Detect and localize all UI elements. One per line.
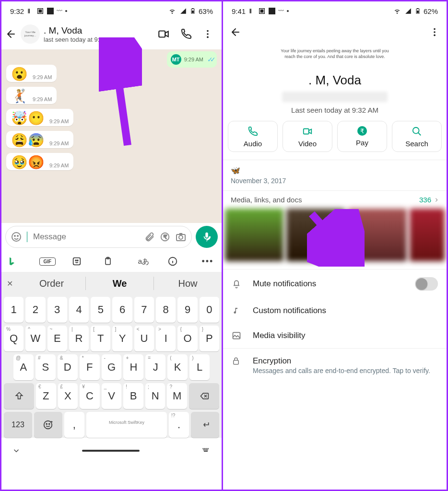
key-l[interactable]: )L	[189, 354, 210, 380]
back-button[interactable]	[230, 26, 241, 38]
key-6[interactable]: 6	[112, 297, 132, 323]
suggestion-word[interactable]: How	[154, 272, 222, 295]
key-t[interactable]: [T	[91, 326, 110, 351]
key-f[interactable]: *F	[80, 354, 100, 380]
encryption-row[interactable]: Encryption Messages and calls are end-to…	[223, 349, 447, 382]
keyboard-switch[interactable]	[200, 447, 211, 455]
custom-notifications-row[interactable]: Custom notifications	[223, 298, 447, 323]
mute-notifications-row[interactable]: Mute notifications	[223, 269, 447, 298]
incoming-message[interactable]: 🥹😡9:29 AM	[6, 153, 73, 170]
svg-point-44	[434, 35, 436, 36]
suggestion-word[interactable]: Order	[18, 272, 85, 295]
space-key[interactable]: Microsoft SwiftKey	[86, 412, 167, 438]
message-text-field[interactable]	[33, 232, 140, 242]
payment-icon[interactable]: ₹	[160, 232, 170, 242]
media-thumbnail[interactable]	[410, 209, 445, 261]
key-4[interactable]: 4	[69, 297, 89, 323]
key-q[interactable]: %Q	[4, 326, 24, 351]
key-g[interactable]: -G	[102, 354, 122, 380]
contact-title-area[interactable]: . M, Voda last seen today at 9:32 AM	[44, 25, 157, 43]
key-u[interactable]: <U	[134, 326, 154, 351]
key-n[interactable]: ;N	[145, 383, 165, 409]
voice-call-button[interactable]	[180, 28, 192, 40]
key-m[interactable]: ?M	[167, 383, 187, 409]
key-b[interactable]: !B	[123, 383, 143, 409]
media-links-docs-row[interactable]: Media, links, and docs 336	[223, 191, 447, 209]
outgoing-message[interactable]: MT 9:29 AM ✓✓	[167, 51, 217, 68]
incoming-message[interactable]: 🤯😶9:29 AM	[6, 109, 73, 126]
key-y[interactable]: ]Y	[112, 326, 132, 351]
key-d[interactable]: &D	[58, 354, 78, 380]
dismiss-suggestions[interactable]: ✕	[1, 272, 18, 295]
svg-point-7	[207, 33, 209, 35]
key-c[interactable]: ¥C	[80, 383, 100, 409]
back-button[interactable]	[5, 28, 21, 40]
about-section[interactable]: 🦋 November 3, 2017	[223, 160, 447, 191]
comma-key[interactable]: ,	[64, 412, 84, 438]
sticker-icon[interactable]	[71, 256, 88, 267]
key-e[interactable]: ~E	[47, 326, 67, 351]
suggestion-word[interactable]: We	[86, 272, 153, 295]
shift-key[interactable]	[4, 383, 34, 409]
key-0[interactable]: 0	[200, 297, 219, 323]
home-indicator[interactable]	[82, 450, 140, 452]
profile-picture[interactable]: Your life journey entails peeling away t…	[280, 46, 390, 59]
media-thumbnail[interactable]	[348, 209, 406, 261]
key-z[interactable]: €Z	[36, 383, 56, 409]
translate-icon[interactable]: aあ	[135, 257, 152, 266]
media-thumbnail[interactable]	[286, 209, 345, 261]
emoji-key[interactable]	[34, 412, 62, 438]
key-9[interactable]: 9	[177, 297, 197, 323]
key-1[interactable]: 1	[4, 297, 24, 323]
key-a[interactable]: @A	[13, 354, 34, 380]
more-menu-button[interactable]	[429, 27, 440, 37]
video-call-button[interactable]	[157, 28, 170, 40]
key-3[interactable]: 3	[47, 297, 67, 323]
svg-point-46	[413, 128, 419, 134]
clipboard-icon[interactable]	[103, 256, 119, 267]
key-i[interactable]: >I	[156, 326, 176, 351]
key-h[interactable]: +H	[123, 354, 143, 380]
key-o[interactable]: {O	[177, 326, 197, 351]
backspace-key[interactable]	[189, 383, 219, 409]
key-7[interactable]: 7	[134, 297, 154, 323]
key-r[interactable]: |R	[69, 326, 89, 351]
enter-key[interactable]	[191, 412, 219, 438]
collapse-keyboard[interactable]	[12, 446, 21, 455]
contact-avatar[interactable]: Your life journey...	[21, 24, 40, 44]
message-input[interactable]: ₹	[5, 226, 192, 248]
key-8[interactable]: 8	[156, 297, 176, 323]
media-thumbnail[interactable]	[225, 209, 283, 261]
voice-message-button[interactable]	[196, 226, 218, 248]
gif-icon[interactable]: GIF	[39, 257, 56, 266]
key-v[interactable]: _V	[102, 383, 122, 409]
key-s[interactable]: #S	[35, 354, 56, 380]
key-2[interactable]: 2	[25, 297, 45, 323]
video-call-button[interactable]: Video	[283, 121, 332, 152]
messages-area[interactable]: MT 9:29 AM ✓✓ 😮9:29 AM 🤾🏼9:29 AM 🤯😶9:29 …	[1, 49, 222, 223]
search-button[interactable]: Search	[392, 121, 442, 152]
mute-toggle[interactable]	[415, 277, 438, 291]
incoming-message[interactable]: 😩😰9:29 AM	[6, 131, 73, 148]
key-x[interactable]: £X	[58, 383, 78, 409]
attach-icon[interactable]	[144, 232, 155, 242]
more-icon[interactable]: •••	[200, 257, 216, 267]
key-p[interactable]: }P	[200, 326, 219, 351]
bing-icon[interactable]	[7, 256, 24, 267]
audio-call-button[interactable]: Audio	[228, 121, 278, 152]
camera-icon[interactable]	[175, 231, 187, 243]
chat-screen: 9:32 〰 63% Your life journey... . M, Vod…	[1, 1, 223, 490]
period-key[interactable]: !?.	[169, 412, 189, 438]
media-visibility-row[interactable]: Media visibility	[223, 323, 447, 348]
emoji-picker-icon[interactable]	[11, 231, 22, 243]
more-menu-button[interactable]	[202, 29, 213, 39]
incoming-message[interactable]: 🤾🏼9:29 AM	[6, 87, 57, 104]
pay-button[interactable]: ₹ Pay	[337, 121, 387, 152]
incoming-message[interactable]: 😮9:29 AM	[6, 65, 57, 82]
key-5[interactable]: 5	[91, 297, 110, 323]
symbols-key[interactable]: 123	[4, 412, 32, 438]
key-w[interactable]: ^W	[25, 326, 45, 351]
settings-info-icon[interactable]	[167, 256, 184, 267]
key-j[interactable]: =J	[145, 354, 165, 380]
key-k[interactable]: (K	[167, 354, 188, 380]
